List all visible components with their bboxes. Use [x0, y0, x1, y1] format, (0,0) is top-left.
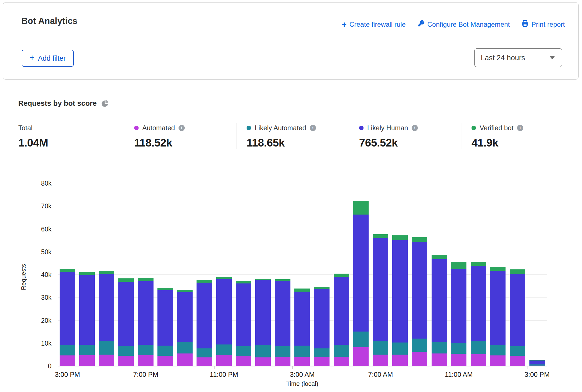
y-axis-title: Requests [20, 264, 27, 290]
segment-likely-human [236, 283, 251, 346]
segment-likely-human [451, 269, 466, 343]
segment-automated [314, 357, 330, 366]
segment-likely-human [412, 242, 427, 339]
x-axis-title: Time (local) [286, 380, 318, 388]
bar-1200am[interactable] [234, 183, 253, 366]
segment-likely-automated [471, 341, 486, 354]
stat-likely-human-label: Likely Human [367, 124, 408, 132]
segment-likely-automated [294, 346, 310, 357]
bot-analytics-page: Bot Analytics + Create firewall rule Con… [0, 0, 582, 392]
info-icon[interactable]: i [412, 125, 418, 131]
segment-verified-bot [412, 237, 427, 242]
bar-900pm[interactable] [175, 183, 195, 366]
segment-likely-human [373, 238, 388, 341]
bar-300pm[interactable] [58, 183, 77, 366]
segment-automated [138, 355, 154, 366]
likely-human-legend-dot [359, 126, 364, 130]
bar-1000am[interactable] [429, 183, 449, 366]
bar-200pm[interactable] [508, 183, 527, 366]
bar-600pm[interactable] [116, 183, 136, 366]
bar-400am[interactable] [312, 183, 332, 366]
segment-verified-bot [138, 278, 154, 281]
stacked-bar [60, 269, 75, 366]
stacked-bar [118, 278, 134, 366]
segment-automated [373, 355, 388, 366]
x-tick-mark [58, 366, 58, 369]
segment-likely-human [510, 274, 525, 346]
stacked-bar [255, 279, 271, 366]
stacked-bar [138, 278, 154, 366]
segment-likely-automated [138, 345, 154, 355]
plus-icon: + [30, 53, 35, 63]
bar-1100pm[interactable] [214, 183, 234, 366]
print-report-link[interactable]: Print report [522, 20, 565, 29]
x-tick-label: 3:00 PM [55, 371, 80, 379]
stacked-bar [471, 262, 486, 366]
segment-likely-automated [216, 344, 232, 355]
configure-bot-management-link[interactable]: Configure Bot Management [418, 20, 510, 29]
segment-automated [236, 356, 251, 366]
bar-1100am[interactable] [449, 183, 469, 366]
bar-600am[interactable] [351, 183, 371, 366]
bar-900am[interactable] [410, 183, 430, 366]
segment-automated [60, 355, 75, 366]
stacked-bar [412, 237, 427, 366]
segment-verified-bot [79, 272, 95, 275]
y-tick-label: 40k [41, 271, 51, 279]
bar-800pm[interactable] [155, 183, 175, 366]
x-tick-label: 7:00 AM [368, 371, 393, 379]
info-icon[interactable]: i [517, 125, 523, 131]
segment-automated [451, 354, 466, 366]
bar-500am[interactable] [331, 183, 351, 366]
segment-verified-bot [510, 269, 525, 274]
plus-icon: + [342, 22, 347, 27]
bar-700am[interactable] [371, 183, 391, 366]
time-range-select[interactable]: Last 24 hours [474, 48, 562, 67]
wrench-icon [418, 20, 425, 29]
segment-likely-human [60, 272, 75, 345]
segment-likely-automated [177, 342, 193, 353]
bar-100pm[interactable] [488, 183, 508, 366]
bar-1200pm[interactable] [468, 183, 488, 366]
segment-automated [99, 355, 114, 366]
segment-automated [510, 356, 525, 366]
add-filter-button[interactable]: + Add filter [22, 50, 74, 67]
segment-verified-bot [314, 287, 330, 289]
bar-700pm[interactable] [136, 183, 155, 366]
verified-bot-legend-dot [472, 126, 476, 130]
stat-total-value: 1.04M [18, 137, 118, 149]
bar-100am[interactable] [253, 183, 273, 366]
segment-likely-human [216, 279, 232, 344]
bar-1000pm[interactable] [195, 183, 214, 366]
bar-200am[interactable] [273, 183, 293, 366]
segment-likely-automated [432, 342, 447, 353]
bar-800am[interactable] [390, 183, 410, 366]
stat-verified-bot-label: Verified bot [480, 124, 513, 132]
segment-likely-human [118, 282, 134, 346]
stacked-bar [529, 360, 545, 366]
header-actions: + Create firewall rule Configure Bot Man… [342, 20, 565, 29]
y-tick-label: 80k [41, 180, 51, 187]
info-icon[interactable]: i [310, 125, 316, 131]
segment-likely-automated [255, 345, 271, 357]
create-firewall-rule-link[interactable]: + Create firewall rule [342, 21, 406, 28]
bar-400pm[interactable] [77, 183, 97, 366]
stacked-bar [79, 272, 95, 366]
stacked-bar [432, 255, 447, 366]
bar-300pm[interactable] [527, 183, 547, 366]
segment-verified-bot [432, 255, 447, 259]
segment-verified-bot [99, 271, 114, 274]
segment-automated [157, 356, 173, 366]
stat-total-label: Total [18, 124, 33, 132]
segment-automated [255, 357, 271, 366]
bar-500pm[interactable] [97, 183, 116, 366]
bar-300am[interactable] [292, 183, 312, 366]
segment-automated [334, 357, 349, 366]
segment-automated [118, 356, 134, 366]
y-tick-label: 50k [41, 248, 51, 256]
stat-automated-value: 118.52k [134, 137, 231, 149]
segment-likely-automated [314, 348, 330, 357]
info-icon[interactable]: i [179, 125, 185, 131]
segment-automated [353, 347, 369, 366]
stat-likely-human-value: 765.52k [359, 137, 455, 149]
